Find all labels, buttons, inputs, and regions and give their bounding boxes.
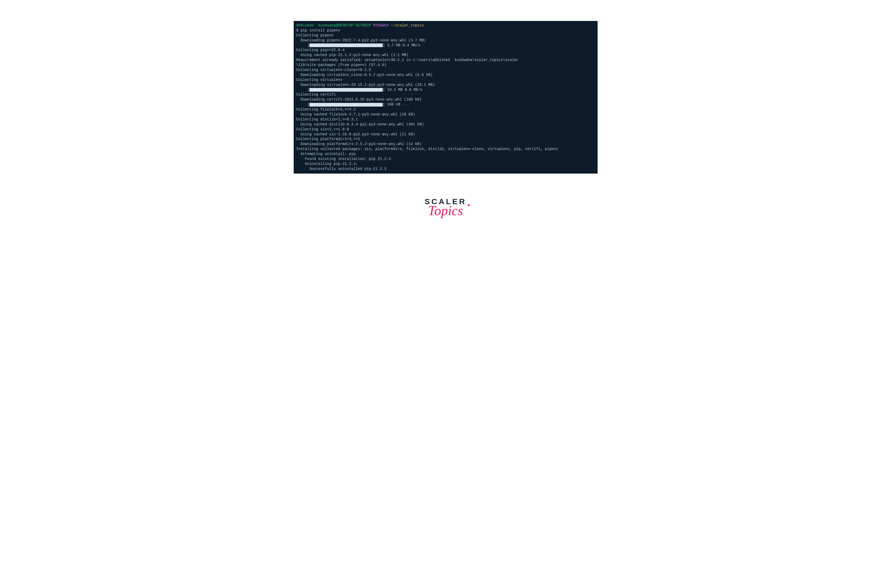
terminal-output-line: Collecting certifi — [296, 92, 595, 97]
terminal-output-line: Requirement already satisfied: setuptool… — [296, 58, 595, 63]
terminal-output-block-4: Collecting filelock<4,>=3.2 Using cached… — [296, 107, 595, 171]
progress-indent: | — [296, 87, 310, 92]
progress-bar-line-2: | | 10.1 MB 6.8 MB/s — [296, 87, 595, 92]
progress-fill — [310, 44, 383, 47]
terminal-output-block-2: Collecting pip>=22.0.4 Using cached pip-… — [296, 48, 595, 87]
terminal-output-line: Successfully uninstalled pip-21.2.3 — [296, 166, 595, 171]
progress-indent: | — [296, 102, 310, 107]
terminal-output-line: Using cached pip-22.1.2-py3-none-any.whl… — [296, 52, 595, 58]
progress-bar-line-1: | | 3.7 MB 6.4 MB/s — [296, 43, 595, 48]
terminal-output-line: Collecting pip>=22.0.4 — [296, 48, 595, 52]
terminal-output-line: Downloading virtualenv_clone-0.5.7-py3-n… — [296, 72, 595, 78]
logo-topics-wrap: Topics — [428, 204, 463, 218]
progress-post-text: | 10.1 MB 6.8 MB/s — [383, 87, 422, 92]
terminal-output-block-3: Collecting certifi Downloading certifi-2… — [296, 92, 595, 102]
terminal-output-line: Found existing installation: pip 21.2.3 — [296, 156, 595, 162]
progress-post-text: | 160 kB ... — [383, 102, 409, 107]
terminal-output-line: Downloading platformdirs-2.5.2-py3-none-… — [296, 142, 595, 147]
terminal-output-block-1: Collecting pipenv Downloading pipenv-202… — [296, 33, 595, 43]
terminal-output-line: Collecting filelock<4,>=3.2 — [296, 107, 595, 112]
terminal-output-line: Downloading pipenv-2022.7.4-py2.py3-none… — [296, 38, 595, 43]
progress-bar-line-3: | | 160 kB ... — [296, 102, 595, 107]
terminal-output-line: Using cached distlib-0.3.4-py2.py3-none-… — [296, 122, 595, 127]
terminal-output-line: Attempting uninstall: pip — [296, 152, 595, 156]
progress-fill — [310, 88, 383, 92]
terminal-output-line: Uninstalling pip-21.2.3: — [296, 162, 595, 166]
progress-fill — [310, 103, 383, 106]
terminal-output-line: Downloading certifi-2022.6.15-py3-none-a… — [296, 97, 595, 102]
progress-indent: | — [296, 43, 310, 48]
terminal-output-line: \lib\site-packages (from pipenv) (57.4.0… — [296, 63, 595, 68]
terminal-output-line: Collecting virtualenv — [296, 78, 595, 82]
terminal-output-line: Collecting virtualenv-clone>=0.2.5 — [296, 68, 595, 72]
terminal-window: Abhishek Kushwaha@DESKTOP-3CTOECP MINGW6… — [294, 21, 598, 174]
terminal-output-line: Collecting platformdirs<3,>=2 — [296, 136, 595, 142]
terminal-output-line: Using cached filelock-3.7.1-py3-none-any… — [296, 112, 595, 117]
terminal-output-line: Installing collected packages: six, plat… — [296, 147, 595, 152]
logo-topics-text: Topics — [428, 203, 463, 218]
terminal-output-line: Using cached six-1.16.0-py2.py3-none-any… — [296, 132, 595, 137]
terminal-prompt-line: Abhishek Kushwaha@DESKTOP-3CTOECP MINGW6… — [296, 23, 595, 28]
prompt-path: ~/scaler_topics — [391, 23, 424, 27]
terminal-command: $ pip install pipenv — [296, 28, 595, 33]
prompt-shell: MINGW64 — [373, 23, 389, 27]
terminal-output-line: Collecting pipenv — [296, 33, 595, 38]
scaler-topics-logo: SCALER Topics — [425, 197, 466, 218]
terminal-output-line: Downloading virtualenv-20.15.1-py2.py3-n… — [296, 82, 595, 87]
terminal-output-line: Collecting six<2,>=1.9.0 — [296, 127, 595, 132]
progress-post-text: | 3.7 MB 6.4 MB/s — [383, 43, 420, 48]
logo-dot-icon — [468, 204, 470, 206]
terminal-output-line: Collecting distlib<1,>=0.3.1 — [296, 117, 595, 122]
prompt-user-host: Abhishek Kushwaha@DESKTOP-3CTOECP — [296, 23, 371, 27]
